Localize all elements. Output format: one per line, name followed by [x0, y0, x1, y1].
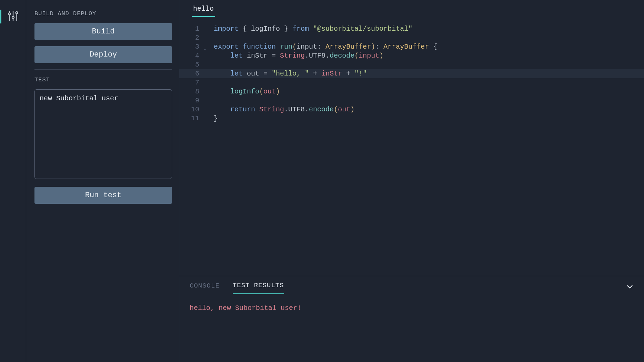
line-number: 11 — [179, 114, 204, 123]
sliders-icon — [7, 10, 19, 24]
tab-test-results[interactable]: TEST RESULTS — [233, 282, 284, 294]
build-button[interactable]: Build — [34, 23, 172, 40]
line-number: 6 — [179, 69, 204, 78]
line-number: 10 — [179, 105, 204, 114]
code-line: 11 } — [179, 114, 644, 123]
code-line: 4 let inStr = String.UTF8.decode(input) — [179, 51, 644, 60]
panel-tabs: CONSOLE TEST RESULTS — [179, 276, 644, 294]
code-line: 2 — [179, 33, 644, 42]
line-number: 7 — [179, 78, 204, 87]
svg-point-4 — [12, 16, 14, 18]
line-number: 8 — [179, 87, 204, 96]
code-line: 9 — [179, 96, 644, 105]
line-number: 3⌄ — [179, 42, 204, 51]
code-line: 3⌄ export function run(input: ArrayBuffe… — [179, 42, 644, 51]
icon-rail — [0, 0, 26, 362]
settings-rail-button[interactable] — [0, 7, 26, 26]
line-number: 4 — [179, 51, 204, 60]
sidebar-divider — [34, 69, 172, 70]
line-number: 2 — [179, 33, 204, 42]
bottom-panel: CONSOLE TEST RESULTS hello, new Suborbit… — [179, 276, 644, 362]
fold-icon[interactable]: ⌄ — [204, 45, 206, 54]
test-heading: TEST — [34, 77, 172, 83]
editor-tabs: hello — [179, 0, 644, 17]
test-input[interactable] — [34, 89, 172, 179]
collapse-panel-button[interactable] — [624, 281, 636, 294]
code-line: 5 — [179, 60, 644, 69]
code-editor[interactable]: 1 import { logInfo } from "@suborbital/s… — [179, 17, 644, 276]
sidebar: BUILD AND DEPLOY Build Deploy TEST Run t… — [26, 0, 179, 362]
line-number: 9 — [179, 96, 204, 105]
line-number: 1 — [179, 24, 204, 33]
editor-tab-hello[interactable]: hello — [192, 3, 215, 17]
build-deploy-heading: BUILD AND DEPLOY — [34, 10, 172, 17]
code-line: 7 — [179, 78, 644, 87]
code-line: 6 let out = "hello, " + inStr + "!" — [179, 69, 644, 78]
line-number: 5 — [179, 60, 204, 69]
run-test-button[interactable]: Run test — [34, 187, 172, 204]
svg-point-3 — [8, 13, 10, 15]
svg-point-5 — [16, 12, 18, 14]
code-line: 8 logInfo(out) — [179, 87, 644, 96]
main-area: hello 1 import { logInfo } from "@suborb… — [179, 0, 644, 362]
chevron-down-icon — [625, 287, 634, 293]
deploy-button[interactable]: Deploy — [34, 46, 172, 63]
tab-console[interactable]: CONSOLE — [190, 282, 220, 294]
test-results-output: hello, new Suborbital user! — [179, 294, 644, 322]
code-line: 10 return String.UTF8.encode(out) — [179, 105, 644, 114]
code-line: 1 import { logInfo } from "@suborbital/s… — [179, 24, 644, 33]
